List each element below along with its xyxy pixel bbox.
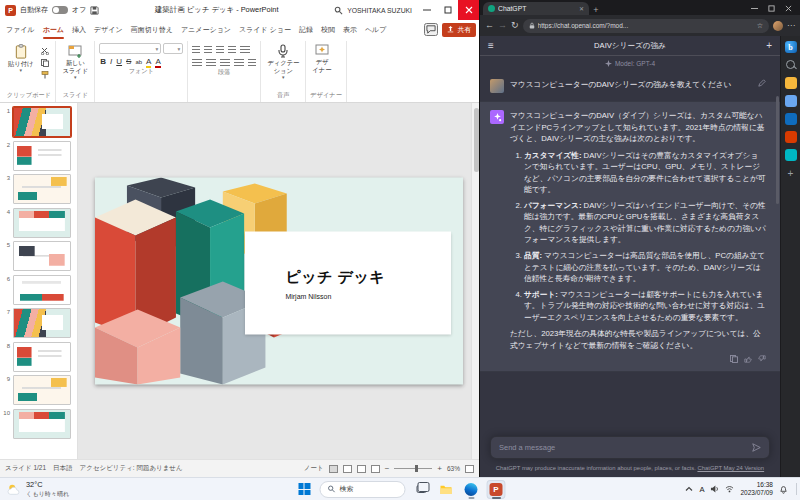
save-icon[interactable] (90, 6, 99, 15)
bold-icon[interactable]: B (100, 57, 106, 66)
browser-menu-icon[interactable]: ⋯ (787, 21, 795, 30)
fit-to-window-icon[interactable] (465, 465, 474, 473)
network-icon[interactable] (725, 485, 734, 493)
zoom-out-icon[interactable]: − (385, 465, 390, 473)
font-color-icon[interactable] (155, 57, 160, 66)
numbering-icon[interactable] (204, 46, 212, 54)
normal-view-icon[interactable] (329, 465, 338, 473)
designer-button[interactable]: デザ イナー (310, 43, 333, 74)
language-indicator[interactable]: 日本語 (53, 464, 73, 473)
align-center-icon[interactable] (206, 59, 216, 67)
slide-thumbnail-3[interactable]: 3 (2, 174, 73, 204)
weather-widget[interactable]: 32°C くもり時々晴れ (0, 478, 79, 500)
slide-thumbnail-10[interactable]: 10 (2, 409, 73, 439)
format-painter-icon[interactable] (39, 70, 51, 79)
search-icon[interactable] (785, 59, 797, 71)
align-right-icon[interactable] (220, 59, 230, 67)
font-size-select[interactable]: ▾ (163, 43, 183, 54)
canvas-scrollbar[interactable] (471, 103, 479, 459)
slide-sorter-view-icon[interactable] (343, 465, 352, 473)
new-tab-icon[interactable]: + (589, 5, 603, 15)
autosave-toggle[interactable] (52, 6, 68, 14)
slide-thumbnail-5[interactable]: 5 (2, 241, 73, 271)
line-spacing-icon[interactable] (240, 46, 250, 54)
zoom-slider-thumb[interactable] (415, 465, 418, 472)
accessibility-status[interactable]: アクセシビリティ: 問題ありません (80, 464, 183, 473)
zoom-level[interactable]: 63% (447, 465, 460, 472)
thumbs-up-icon[interactable] (744, 355, 752, 363)
slide-title[interactable]: ピッチ デッキ (285, 267, 451, 286)
highlight-color-icon[interactable] (146, 57, 151, 66)
slide-thumbnail-7[interactable]: 7 (2, 308, 73, 338)
zoom-slider[interactable] (394, 468, 432, 469)
strikethrough-icon[interactable]: S (126, 57, 131, 66)
paste-button[interactable]: 貼り付け ▾ (6, 43, 35, 74)
bing-chat-icon[interactable] (785, 41, 797, 53)
browser-close-icon[interactable] (780, 1, 797, 15)
thumbs-down-icon[interactable] (758, 355, 766, 363)
close-tab-icon[interactable]: ✕ (579, 5, 584, 12)
ribbon-tab-ファイル[interactable]: ファイル (2, 20, 39, 39)
scrollbar-thumb[interactable] (474, 108, 479, 172)
shopping-icon[interactable] (785, 77, 797, 89)
slide-thumbnail-6[interactable]: 6 (2, 275, 73, 305)
ribbon-tab-画面切り替え[interactable]: 画面切り替え (127, 20, 177, 39)
ribbon-tab-デザイン[interactable]: デザイン (90, 20, 127, 39)
slide-subtitle[interactable]: Mirjam Nilsson (285, 292, 451, 299)
slide-thumbnail-8[interactable]: 8 (2, 342, 73, 372)
slide-thumbnail-4[interactable]: 4 (2, 208, 73, 238)
font-name-select[interactable]: ▾ (99, 43, 161, 54)
forward-icon[interactable]: → (498, 21, 507, 30)
account-name[interactable]: YOSHITAKA SUZUKI (347, 7, 412, 14)
file-explorer-button[interactable] (437, 480, 456, 499)
ribbon-tab-記録[interactable]: 記録 (295, 20, 317, 39)
indent-decrease-icon[interactable] (216, 46, 224, 54)
office-icon[interactable] (785, 131, 797, 143)
ribbon-tab-スライド ショー[interactable]: スライド ショー (235, 20, 295, 39)
slide-editor[interactable]: ピッチ デッキ Mirjam Nilsson (95, 178, 463, 385)
powerpoint-button[interactable] (487, 480, 506, 499)
title-placeholder[interactable]: ピッチ デッキ Mirjam Nilsson (245, 231, 451, 335)
justify-icon[interactable] (234, 59, 244, 67)
tools-icon[interactable] (785, 95, 797, 107)
align-left-icon[interactable] (192, 59, 202, 67)
favorite-star-icon[interactable]: ☆ (757, 22, 763, 30)
back-icon[interactable]: ← (485, 21, 494, 30)
ime-mode-indicator[interactable]: A (699, 485, 704, 494)
notes-button[interactable]: ノート (304, 464, 324, 473)
browser-maximize-icon[interactable] (763, 1, 780, 15)
add-icon[interactable] (785, 167, 797, 179)
reading-view-icon[interactable] (357, 465, 366, 473)
new-slide-button[interactable]: 新しい スライド ▾ (60, 43, 90, 81)
copy-response-icon[interactable] (730, 355, 738, 363)
comments-button[interactable] (424, 23, 438, 36)
refresh-icon[interactable]: ↻ (511, 21, 519, 30)
cut-icon[interactable] (39, 46, 51, 55)
browser-tab-chatgpt[interactable]: ChatGPT ✕ (483, 2, 589, 15)
edit-message-icon[interactable] (758, 79, 766, 87)
page-scrollbar[interactable] (776, 96, 779, 204)
columns-icon[interactable] (248, 59, 256, 67)
task-view-button[interactable] (412, 480, 431, 499)
ribbon-tab-表示[interactable]: 表示 (339, 20, 361, 39)
slide-thumbnail-1[interactable]: 1 (2, 107, 73, 137)
indent-increase-icon[interactable] (228, 46, 236, 54)
minimize-icon[interactable] (416, 0, 437, 20)
start-button[interactable] (295, 480, 314, 499)
maximize-icon[interactable] (437, 0, 458, 20)
slideshow-view-icon[interactable] (371, 465, 380, 473)
italic-icon[interactable]: I (110, 57, 112, 66)
dictate-button[interactable]: ディクテー ション ▾ (265, 43, 301, 81)
show-desktop-button[interactable] (796, 483, 797, 495)
message-input[interactable] (499, 443, 748, 452)
notification-bell-icon[interactable] (779, 485, 788, 494)
ribbon-tab-校閲[interactable]: 校閲 (317, 20, 339, 39)
copy-icon[interactable] (39, 58, 51, 67)
slide-thumbnail-2[interactable]: 2 (2, 141, 73, 171)
taskbar-search[interactable]: 検索 (320, 481, 406, 498)
underline-icon[interactable]: U (116, 57, 122, 66)
edge-button[interactable] (462, 480, 481, 499)
new-chat-icon[interactable]: + (766, 41, 772, 51)
browser-minimize-icon[interactable] (746, 1, 763, 15)
ribbon-tab-ホーム[interactable]: ホーム (39, 20, 68, 39)
